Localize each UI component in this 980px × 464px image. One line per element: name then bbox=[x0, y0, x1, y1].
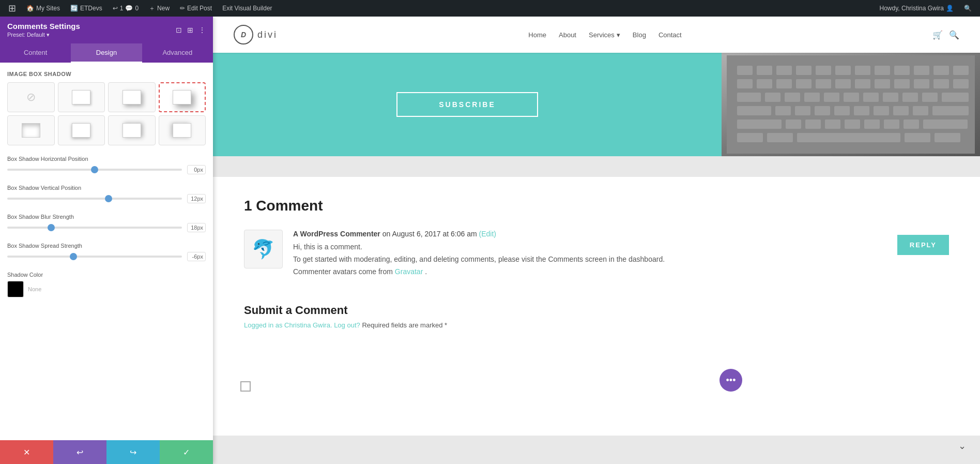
svg-rect-53 bbox=[904, 119, 919, 129]
shadow-option-none[interactable]: ⊘ bbox=[7, 82, 55, 112]
nav-contact[interactable]: Contact bbox=[659, 31, 682, 39]
admin-bar-exit-builder[interactable]: Exit Visual Builder bbox=[218, 0, 277, 17]
svg-rect-16 bbox=[796, 79, 811, 88]
svg-rect-49 bbox=[825, 119, 840, 129]
no-shadow-icon: ⊘ bbox=[26, 91, 36, 104]
shadow-preview-3 bbox=[173, 90, 191, 104]
spread-strength-thumb[interactable] bbox=[70, 253, 77, 260]
comment-text-3: Commenter avatars come from Gravatar . bbox=[293, 266, 887, 278]
shadow-color-swatch[interactable] bbox=[7, 281, 24, 297]
shadow-option-3[interactable] bbox=[159, 82, 206, 112]
svg-rect-48 bbox=[805, 119, 821, 129]
vertical-position-group: Box Shadow Vertical Position 12px bbox=[7, 185, 206, 203]
tab-advanced[interactable]: Advanced bbox=[142, 43, 213, 63]
comment-item: 🐬 A WordPress Commenter on August 6, 201… bbox=[244, 230, 949, 288]
panel-header: Comments Settings Preset: Default ▾ ⊡ ⊞ … bbox=[0, 17, 213, 43]
scroll-down-arrow[interactable]: ⌄ bbox=[954, 438, 970, 454]
comments-section: 1 Comment 🐬 A WordPress Commenter on Aug… bbox=[213, 177, 980, 436]
subscribe-section: SUBSCRIBE bbox=[213, 53, 722, 156]
tab-design[interactable]: Design bbox=[71, 43, 142, 63]
nav-home[interactable]: Home bbox=[528, 31, 546, 39]
cancel-button[interactable]: ✕ bbox=[0, 440, 53, 464]
svg-rect-32 bbox=[883, 93, 898, 102]
nav-services[interactable]: Services ▾ bbox=[589, 31, 620, 39]
comment-edit-link[interactable]: (Edit) bbox=[479, 230, 496, 238]
image-box-shadow-section: Image Box Shadow ⊘ bbox=[7, 71, 206, 145]
cart-icon[interactable]: 🛒 bbox=[932, 30, 943, 40]
horizontal-position-value[interactable]: 0px bbox=[187, 165, 206, 174]
shadow-option-5[interactable] bbox=[58, 115, 105, 145]
shadow-option-7[interactable] bbox=[159, 115, 206, 145]
grid-icon[interactable]: ⊞ bbox=[187, 26, 193, 34]
admin-bar-user[interactable]: Howdy, Christina Gwira 👤 bbox=[876, 5, 958, 12]
svg-rect-26 bbox=[765, 93, 780, 102]
shadow-color-label: Shadow Color bbox=[7, 272, 206, 278]
redo-button[interactable]: ↪ bbox=[106, 440, 160, 464]
svg-rect-12 bbox=[953, 66, 969, 75]
shadow-option-4[interactable] bbox=[7, 115, 55, 145]
comment-author-name: A WordPress Commenter bbox=[293, 230, 380, 238]
logged-in-link[interactable]: Logged in as Christina Gwira. Log out? bbox=[244, 321, 360, 329]
horizontal-position-track[interactable] bbox=[7, 169, 182, 171]
panel-preset[interactable]: Preset: Default ▾ bbox=[7, 32, 80, 38]
admin-bar-my-sites[interactable]: 🏠 My Sites bbox=[22, 0, 64, 17]
admin-bar-comments[interactable]: ↩ 1 💬 0 bbox=[109, 0, 143, 17]
spread-strength-value[interactable]: -6px bbox=[187, 252, 206, 261]
svg-rect-50 bbox=[845, 119, 860, 129]
svg-rect-38 bbox=[795, 106, 810, 115]
floating-menu-button[interactable]: ••• bbox=[719, 369, 742, 392]
spread-strength-track[interactable] bbox=[7, 256, 182, 258]
svg-rect-3 bbox=[776, 66, 792, 75]
expand-icon[interactable]: ⊡ bbox=[176, 26, 182, 34]
admin-bar-search[interactable]: 🔍 bbox=[960, 5, 976, 12]
svg-rect-46 bbox=[737, 119, 782, 129]
save-button[interactable]: ✓ bbox=[160, 440, 213, 464]
chevron-down-icon: ⌄ bbox=[958, 440, 966, 452]
shadow-option-2[interactable] bbox=[108, 82, 156, 112]
blur-strength-thumb[interactable] bbox=[48, 224, 55, 231]
tab-content[interactable]: Content bbox=[0, 43, 71, 63]
menu-icon[interactable]: ⋮ bbox=[198, 26, 206, 34]
wp-logo[interactable]: ⊞ bbox=[4, 0, 20, 17]
svg-rect-44 bbox=[913, 106, 928, 115]
admin-bar-etdevs[interactable]: 🔄 ETDevs bbox=[66, 0, 106, 17]
floating-checkbox[interactable] bbox=[240, 381, 251, 392]
vertical-position-value[interactable]: 12px bbox=[187, 194, 206, 203]
shadow-option-6[interactable] bbox=[108, 115, 156, 145]
svg-rect-23 bbox=[933, 79, 949, 88]
keyboard-visual bbox=[722, 53, 980, 156]
shadow-color-none[interactable]: None bbox=[28, 286, 41, 292]
undo-button[interactable]: ↩ bbox=[53, 440, 106, 464]
horizontal-position-thumb[interactable] bbox=[91, 166, 98, 173]
vertical-position-thumb[interactable] bbox=[105, 195, 112, 202]
svg-rect-57 bbox=[797, 133, 900, 142]
svg-rect-6 bbox=[835, 66, 851, 75]
shadow-color-section: Shadow Color None bbox=[7, 272, 206, 297]
search-icon[interactable]: 🔍 bbox=[949, 30, 959, 40]
vertical-position-track[interactable] bbox=[7, 198, 182, 200]
blur-strength-row: 18px bbox=[7, 223, 206, 232]
site-logo: D divi bbox=[234, 25, 278, 44]
nav-about[interactable]: About bbox=[559, 31, 576, 39]
comment-text: Hi, this is a comment. To get started wi… bbox=[293, 241, 887, 278]
svg-rect-54 bbox=[923, 119, 968, 129]
svg-rect-55 bbox=[737, 133, 763, 142]
comments-title: 1 Comment bbox=[244, 198, 949, 214]
shadow-preview-4 bbox=[22, 123, 40, 138]
svg-rect-10 bbox=[914, 66, 929, 75]
blur-strength-value[interactable]: 18px bbox=[187, 223, 206, 232]
admin-bar-edit-post[interactable]: ✏ Edit Post bbox=[176, 0, 216, 17]
spread-strength-row: -6px bbox=[7, 252, 206, 261]
nav-icons: 🛒 🔍 bbox=[932, 30, 959, 40]
dots-icon: ••• bbox=[726, 375, 736, 386]
gravatar-link[interactable]: Gravatar bbox=[395, 267, 423, 276]
admin-bar-new[interactable]: ＋ New bbox=[145, 0, 174, 17]
shadow-option-1[interactable] bbox=[58, 82, 105, 112]
blur-strength-track[interactable] bbox=[7, 227, 182, 229]
svg-rect-13 bbox=[737, 79, 753, 88]
nav-blog[interactable]: Blog bbox=[633, 31, 646, 39]
logo-circle: D bbox=[234, 25, 253, 44]
svg-rect-14 bbox=[757, 79, 772, 88]
reply-button[interactable]: REPLY bbox=[897, 235, 949, 255]
subscribe-button[interactable]: SUBSCRIBE bbox=[396, 92, 538, 117]
